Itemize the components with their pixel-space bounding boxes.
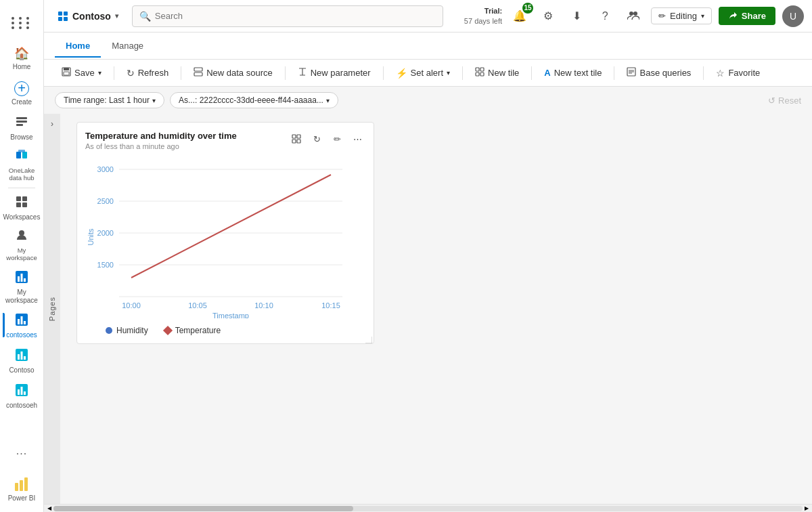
chart-svg: 3000 2500 2000 1500 Units 10:00 10:05 10… [85, 156, 356, 318]
search-bar[interactable]: 🔍 [132, 5, 443, 27]
new-datasource-button[interactable]: New data source [187, 64, 279, 82]
set-alert-button[interactable]: ⚡ Set alert ▾ [389, 64, 457, 82]
toolbar-sep-1 [114, 66, 114, 80]
chart-tile-header: Temperature and humidity over time As of… [85, 131, 365, 150]
nav-item-workspaces[interactable]: Workspaces [3, 191, 41, 226]
svg-rect-20 [18, 354, 20, 360]
share-button[interactable]: Share [719, 7, 775, 25]
svg-rect-14 [24, 278, 26, 282]
nav-item-onelake[interactable]: OneLakedata hub [3, 146, 41, 185]
save-label: Save [74, 68, 95, 78]
toolbar-sep-6 [531, 66, 532, 80]
nav-item-contoso[interactable]: contosoes [3, 307, 41, 343]
svg-rect-13 [21, 274, 23, 282]
main-area: Contoso ▾ 🔍 Trial: 57 days left 🔔 15 ⚙ ⬇ [44, 0, 812, 512]
nav-item-apps[interactable] [3, 5, 41, 41]
create-icon: + [14, 81, 29, 96]
tab-manage[interactable]: Manage [101, 35, 154, 58]
refresh-button[interactable]: ↻ Refresh [120, 64, 176, 82]
svg-rect-0 [16, 117, 27, 119]
base-queries-button[interactable]: Base queries [620, 64, 698, 82]
nav-label-powerbi: Power BI [8, 494, 36, 503]
scroll-right-button[interactable]: ▶ [803, 506, 811, 511]
nav-label-home: Home [13, 63, 31, 71]
nav-item-contosoeh1[interactable]: Contoso [3, 343, 41, 378]
nav-item-browse[interactable]: Browse [3, 111, 41, 146]
contosoes1-icon [12, 268, 31, 286]
scroll-thumb[interactable] [53, 506, 353, 511]
notifications-button[interactable]: 🔔 15 [509, 5, 531, 27]
notification-count: 15 [522, 3, 533, 14]
svg-text:10:00: 10:00 [122, 301, 141, 310]
alert-chevron-icon: ▾ [447, 69, 450, 77]
dashboard-main: Temperature and humidity over time As of… [76, 122, 801, 344]
svg-rect-5 [18, 150, 25, 152]
refresh-icon: ↻ [127, 68, 135, 79]
tile-icon [475, 67, 484, 79]
new-text-tile-button[interactable]: A New text tile [537, 64, 608, 81]
nav-item-contosoeh2[interactable]: contosoeh [3, 378, 41, 413]
chart-more-button[interactable]: ⋯ [349, 131, 365, 147]
svg-rect-6 [16, 196, 21, 201]
bottom-scrollbar[interactable]: ◀ ▶ [44, 504, 812, 512]
svg-rect-25 [21, 387, 23, 395]
help-icon: ? [602, 10, 608, 22]
trial-info: Trial: 57 days left [464, 6, 502, 26]
chart-grid-button[interactable] [288, 131, 304, 147]
svg-text:Timestamp: Timestamp [212, 312, 249, 318]
nav-item-powerbi[interactable]: Power BI [3, 471, 41, 507]
more-options-icon: ⋯ [353, 134, 362, 144]
nav-label-onelake: OneLakedata hub [9, 167, 35, 182]
save-chevron-icon: ▾ [98, 69, 102, 77]
svg-rect-22 [24, 356, 26, 360]
tab-home[interactable]: Home [55, 35, 101, 58]
download-button[interactable]: ⬇ [566, 5, 587, 27]
search-input[interactable] [155, 11, 436, 21]
asset-filter[interactable]: As...: 2222cccc-33dd-eeee-ff44-aaaaa... … [170, 92, 338, 108]
left-navigation: 🏠 Home + Create Browse OneLakedata hub [0, 0, 44, 512]
toolbar-sep-4 [383, 66, 384, 80]
svg-rect-1 [16, 121, 27, 123]
avatar-initials: U [790, 11, 796, 22]
save-button[interactable]: Save ▾ [55, 64, 108, 82]
people-button[interactable] [623, 5, 644, 27]
nav-item-more[interactable]: ··· [3, 436, 41, 471]
editing-chevron-icon: ▾ [701, 12, 704, 20]
download-icon: ⬇ [572, 9, 581, 22]
browse-icon [16, 116, 28, 131]
text-tile-icon: A [544, 68, 550, 78]
svg-rect-48 [292, 140, 296, 143]
toolbar-sep-5 [462, 66, 463, 80]
user-avatar[interactable]: U [782, 5, 804, 27]
chart-edit-button[interactable]: ✏ [329, 131, 345, 147]
favorite-button[interactable]: ☆ Favorite [709, 64, 767, 82]
editing-button[interactable]: ✏ Editing ▾ [651, 7, 712, 24]
svg-rect-37 [64, 68, 69, 70]
svg-rect-12 [18, 276, 20, 282]
reset-button[interactable]: ↺ Reset [768, 95, 801, 106]
nav-item-home[interactable]: 🏠 Home [3, 41, 41, 76]
svg-text:10:10: 10:10 [254, 301, 273, 310]
new-parameter-button[interactable]: New parameter [291, 64, 378, 82]
svg-rect-33 [64, 17, 68, 21]
nav-item-create[interactable]: + Create [3, 76, 41, 111]
scroll-left-button[interactable]: ◀ [45, 506, 53, 511]
time-range-filter[interactable]: Time range: Last 1 hour ▾ [55, 92, 164, 108]
workspace-selector[interactable]: Contoso ▾ [52, 8, 124, 24]
chart-refresh-button[interactable]: ↻ [309, 131, 325, 147]
scroll-track[interactable] [53, 506, 803, 511]
share-icon [728, 12, 738, 21]
tile-resize-handle[interactable] [365, 335, 372, 342]
nav-item-contosoes1[interactable]: My workspace [3, 265, 41, 307]
pages-sidebar[interactable]: › Pages [44, 114, 60, 504]
settings-button[interactable]: ⚙ [537, 5, 559, 27]
nav-item-myworkspace[interactable]: Myworkspace [3, 226, 41, 265]
new-tile-button[interactable]: New tile [468, 64, 526, 82]
svg-rect-3 [16, 152, 21, 158]
editing-label: Editing [670, 11, 697, 21]
help-button[interactable]: ? [594, 5, 616, 27]
legend-humidity: Humidity [106, 326, 148, 335]
new-parameter-label: New parameter [311, 68, 371, 78]
workspaces-icon [16, 196, 28, 211]
myworkspace-icon [16, 229, 28, 244]
